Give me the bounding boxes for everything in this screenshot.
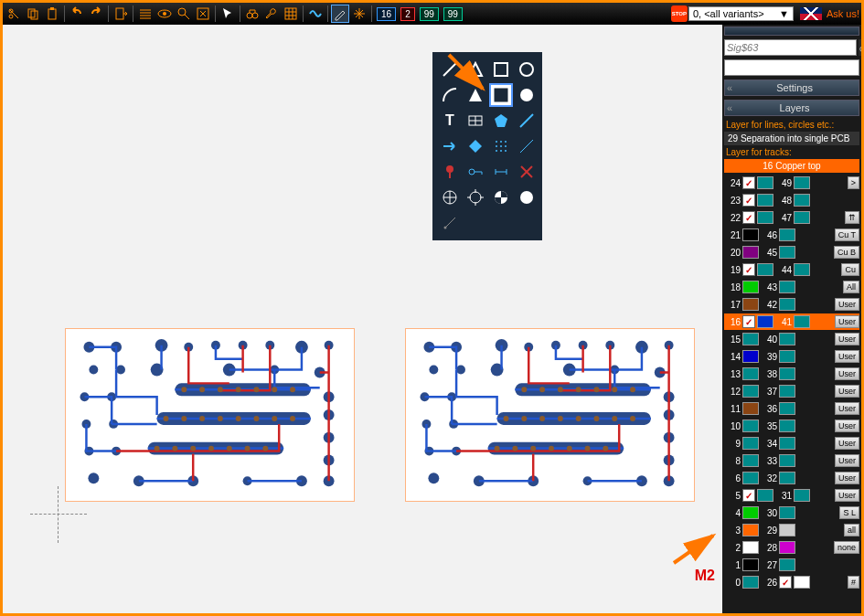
- counter-4[interactable]: 99: [443, 7, 463, 21]
- layer-side-button[interactable]: >: [848, 176, 859, 189]
- layer-swatch[interactable]: [742, 246, 759, 259]
- disc-tool[interactable]: [517, 187, 537, 207]
- layer-swatch-r[interactable]: [794, 263, 810, 276]
- counter-2[interactable]: 2: [400, 7, 415, 21]
- search-input[interactable]: [724, 39, 857, 56]
- layer-side-button[interactable]: User: [835, 385, 859, 398]
- layers-section[interactable]: Layers: [724, 100, 859, 116]
- layer-swatch[interactable]: [742, 228, 759, 241]
- layer-swatch[interactable]: [742, 420, 759, 432]
- search-input-2[interactable]: [724, 59, 859, 76]
- undo-icon[interactable]: [68, 5, 86, 23]
- layer-swatch[interactable]: [742, 558, 759, 571]
- layer-swatch-r[interactable]: [779, 350, 795, 363]
- text-tool[interactable]: T: [440, 111, 460, 131]
- quadrant-tool[interactable]: [491, 187, 511, 207]
- layer-swatch-r[interactable]: [779, 454, 795, 467]
- dimension-tool[interactable]: [491, 162, 511, 182]
- ask-us-link[interactable]: Ask us!: [827, 8, 859, 19]
- grid-tool-icon[interactable]: [282, 5, 300, 23]
- layer-check[interactable]: ✓: [742, 176, 755, 189]
- layer-swatch-r[interactable]: [779, 541, 795, 554]
- layer-swatch[interactable]: [742, 333, 759, 345]
- layer-swatch-r[interactable]: [779, 420, 795, 432]
- layer-check[interactable]: ✓: [742, 489, 755, 502]
- layer-side-button[interactable]: Cu: [841, 263, 859, 276]
- layer-swatch-r[interactable]: [779, 506, 795, 519]
- layer-side-button[interactable]: User: [835, 420, 859, 432]
- layer-swatch-r[interactable]: [794, 489, 810, 502]
- binoculars-icon[interactable]: [243, 5, 261, 23]
- layer-swatch-r[interactable]: [779, 246, 795, 259]
- layer-swatch-r[interactable]: [779, 472, 795, 484]
- layer-side-button[interactable]: Cu B: [834, 246, 859, 259]
- fit-icon[interactable]: [194, 5, 212, 23]
- layer-side-button[interactable]: All: [843, 281, 859, 293]
- probe-tool[interactable]: [440, 213, 460, 233]
- layer-swatch[interactable]: [742, 350, 759, 363]
- layer-swatch-r[interactable]: [779, 402, 795, 415]
- stop-button[interactable]: STOP: [671, 5, 688, 22]
- layer-swatch-r[interactable]: [779, 524, 795, 536]
- blue-line-tool[interactable]: [517, 111, 537, 131]
- cut-icon[interactable]: [5, 5, 23, 23]
- layer-swatch-r[interactable]: [794, 576, 810, 589]
- eye-icon[interactable]: [155, 5, 174, 23]
- layer-side-button[interactable]: User: [835, 350, 859, 363]
- wave-icon[interactable]: [306, 5, 325, 23]
- layer-swatch[interactable]: [742, 524, 759, 536]
- layer-check-r[interactable]: ✓: [779, 576, 792, 589]
- layer-swatch[interactable]: [757, 263, 773, 276]
- triangle-filled-tool[interactable]: [465, 85, 485, 105]
- square-outline-tool[interactable]: [491, 59, 511, 80]
- circle-outline-tool[interactable]: [517, 59, 537, 80]
- layers-icon[interactable]: [136, 5, 155, 23]
- counter-1[interactable]: 16: [377, 7, 396, 21]
- sparkle-icon[interactable]: [350, 5, 368, 23]
- layer-swatch-r[interactable]: [794, 176, 810, 189]
- layer-side-button[interactable]: User: [835, 472, 859, 484]
- export-icon[interactable]: [112, 5, 130, 23]
- layer-swatch[interactable]: [742, 506, 759, 519]
- layer-swatch[interactable]: [742, 385, 759, 398]
- layer-side-button[interactable]: #: [848, 576, 859, 589]
- table-tool[interactable]: [465, 111, 485, 131]
- layer-side-button[interactable]: User: [835, 489, 859, 502]
- layer-swatch-r[interactable]: [794, 194, 810, 207]
- arrow-tool[interactable]: [440, 136, 460, 156]
- layer-check[interactable]: ✓: [742, 194, 755, 207]
- layer-side-button[interactable]: User: [835, 454, 859, 467]
- layer-swatch-r[interactable]: [779, 228, 795, 241]
- target-tool[interactable]: [440, 187, 460, 207]
- layer-side-button[interactable]: Cu T: [835, 228, 859, 241]
- layer-swatch[interactable]: [742, 402, 759, 415]
- layer-swatch-r[interactable]: [779, 437, 795, 450]
- copy-icon[interactable]: [24, 5, 42, 23]
- lines-layer-select[interactable]: 29 Separation into single PCB: [724, 132, 859, 145]
- layer-side-button[interactable]: S L: [839, 506, 859, 519]
- zoom-icon[interactable]: [175, 5, 193, 23]
- layer-swatch[interactable]: [742, 454, 759, 467]
- variant-select[interactable]: 0, <all variants>▼: [688, 6, 794, 21]
- key-tool[interactable]: [465, 162, 485, 182]
- counter-3[interactable]: 99: [420, 7, 439, 21]
- polygon-tool[interactable]: [491, 111, 511, 131]
- layer-swatch[interactable]: [742, 472, 759, 484]
- layer-swatch-r[interactable]: [794, 211, 810, 224]
- cross-tool[interactable]: [517, 162, 537, 182]
- layer-swatch[interactable]: [742, 298, 759, 311]
- layer-side-button[interactable]: none: [834, 541, 859, 554]
- layer-swatch-r[interactable]: [779, 298, 795, 311]
- layer-swatch-r[interactable]: [779, 558, 795, 571]
- layer-swatch[interactable]: [742, 281, 759, 293]
- layer-swatch[interactable]: [742, 576, 759, 589]
- layer-swatch-r[interactable]: [779, 333, 795, 345]
- flag-icon[interactable]: [800, 7, 822, 20]
- wrench-icon[interactable]: [262, 5, 281, 23]
- circle-filled-tool[interactable]: [517, 85, 537, 105]
- layer-swatch[interactable]: [757, 315, 773, 328]
- pin-tool[interactable]: [440, 162, 460, 182]
- layer-side-button[interactable]: all: [844, 524, 859, 536]
- layer-swatch-r[interactable]: [779, 385, 795, 398]
- layer-side-button[interactable]: User: [835, 315, 859, 328]
